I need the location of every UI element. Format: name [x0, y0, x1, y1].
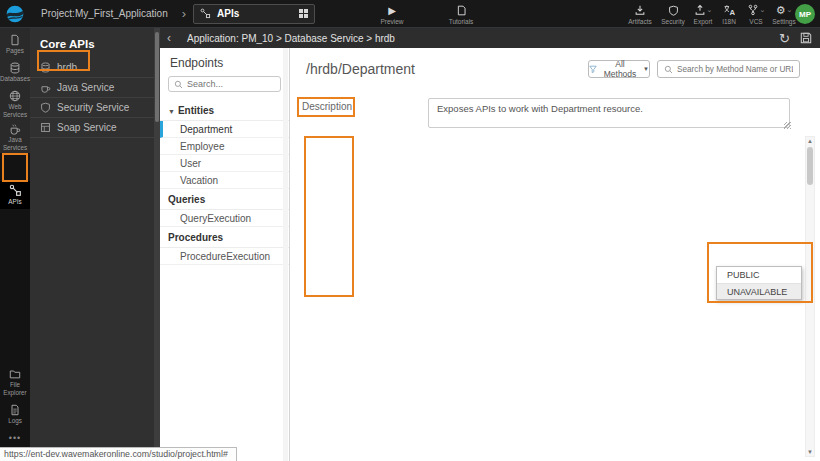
pages-icon: [9, 34, 21, 46]
wavemaker-logo-icon[interactable]: [5, 4, 25, 24]
chevron-down-icon: ▼: [643, 66, 649, 72]
database-icon: [40, 62, 51, 73]
left-rail: Pages Databases Web Services Java Servic…: [0, 28, 30, 461]
method-search[interactable]: [657, 60, 800, 78]
artifacts-button[interactable]: Artifacts: [622, 0, 658, 28]
scroll-up-icon[interactable]: ▲: [806, 138, 814, 144]
section-queries[interactable]: Queries: [160, 189, 289, 210]
chevron-down-icon: ⌄: [707, 6, 713, 14]
preview-button[interactable]: ▶ Preview: [375, 0, 409, 28]
play-icon: ▶: [388, 4, 396, 17]
scrollbar-thumb[interactable]: [807, 147, 813, 185]
main-content: /hrdb/Department All Methods ▼ Descripti…: [290, 48, 820, 461]
search-icon: [174, 80, 183, 89]
chevron-down-icon: ▼: [168, 108, 175, 115]
globe-icon: [9, 90, 21, 102]
visibility-menu: PUBLIC UNAVAILABLE: [716, 266, 802, 300]
shield-icon: [40, 102, 51, 113]
refresh-icon[interactable]: ↻: [779, 32, 790, 45]
logs-icon: [9, 404, 21, 416]
sidebar-item-java-services[interactable]: Java Services: [0, 123, 30, 152]
description-label: Description: [302, 101, 352, 112]
sidebar-title: Core APIs: [30, 28, 154, 58]
collapse-panel-icon[interactable]: ‹: [167, 31, 171, 45]
sidebar-item-security-service[interactable]: Security Service: [30, 98, 154, 118]
tab-apis[interactable]: APIs: [193, 4, 315, 24]
section-procedures[interactable]: Procedures: [160, 227, 289, 248]
endpoint-entity-department[interactable]: Department: [160, 121, 289, 138]
project-name: Project:My_First_Application: [41, 8, 168, 19]
sidebar-item-file-explorer[interactable]: File Explorer: [0, 368, 30, 397]
folder-icon: [9, 368, 21, 380]
database-icon: [9, 62, 21, 74]
endpoints-search-input[interactable]: [187, 79, 273, 89]
status-bar-url: https://ent-dev.wavemakeronline.com/stud…: [0, 447, 237, 461]
visibility-option-unavailable[interactable]: UNAVAILABLE: [717, 283, 801, 299]
user-avatar[interactable]: MP: [795, 4, 815, 24]
visibility-option-public[interactable]: PUBLIC: [717, 267, 801, 283]
sidebar-item-logs[interactable]: Logs: [0, 404, 30, 425]
breadcrumb: Application: PM_10 > Database Service > …: [187, 33, 395, 44]
tab-apis-label: APIs: [217, 8, 293, 19]
main-scrollbar[interactable]: ▲ ▼: [805, 136, 815, 457]
sidebar-item-hrdb[interactable]: hrdb: [30, 58, 154, 78]
filter-icon: [589, 65, 597, 73]
endpoint-entity-vacation[interactable]: Vacation: [160, 172, 289, 189]
search-icon: [664, 65, 673, 74]
section-entities[interactable]: ▼Entities: [160, 100, 289, 121]
endpoints-search[interactable]: [168, 76, 281, 92]
sidebar-item-apis[interactable]: APIs: [0, 181, 30, 209]
sidebar-scrollbar[interactable]: [154, 28, 160, 461]
soap-icon: [40, 122, 51, 133]
api-plug-icon: [200, 8, 211, 19]
tab-grid-icon[interactable]: [299, 9, 308, 18]
resize-grip[interactable]: [784, 122, 791, 129]
api-plug-icon: [9, 184, 22, 197]
endpoints-panel: Endpoints ▼Entities Department Employee …: [160, 48, 290, 461]
endpoint-entity-employee[interactable]: Employee: [160, 138, 289, 155]
branch-icon: [747, 4, 759, 16]
sidebar-item-web-services[interactable]: Web Services: [0, 90, 30, 119]
endpoints-title: Endpoints: [160, 48, 289, 76]
core-apis-sidebar: Core APIs hrdb Java Service Security Ser…: [30, 28, 154, 461]
gear-icon: ⚙: [776, 4, 786, 17]
upload-icon: [694, 4, 706, 16]
chevron-down-icon: ⌄: [760, 6, 766, 14]
sidebar-item-pages[interactable]: Pages: [0, 34, 30, 55]
tutorials-button[interactable]: Tutorials: [442, 0, 480, 28]
more-options-icon[interactable]: •••: [0, 433, 30, 443]
top-bar: Project:My_First_Application › APIs ▶ Pr…: [0, 0, 820, 28]
i18n-button[interactable]: A I18N: [716, 0, 742, 28]
download-icon: [634, 4, 646, 17]
sidebar-item-java-service[interactable]: Java Service: [30, 78, 154, 98]
endpoint-query-execution[interactable]: QueryExecution: [160, 210, 289, 227]
endpoint-procedure-execution[interactable]: ProcedureExecution: [160, 248, 289, 265]
translate-icon: A: [723, 4, 735, 17]
description-textarea[interactable]: Exposes APIs to work with Department res…: [428, 98, 790, 128]
vcs-button[interactable]: ⌄ VCS: [742, 0, 770, 28]
sidebar-item-soap-service[interactable]: Soap Service: [30, 118, 154, 138]
export-button[interactable]: ⌄ Export: [686, 0, 720, 28]
coffee-icon: [40, 82, 51, 93]
tutorials-doc-icon: [456, 4, 467, 17]
endpoint-entity-user[interactable]: User: [160, 155, 289, 172]
methods-filter-dropdown[interactable]: All Methods ▼: [588, 60, 650, 78]
page-title: /hrdb/Department: [306, 61, 415, 77]
save-icon[interactable]: [800, 32, 812, 44]
chevron-down-icon: ⌄: [787, 6, 793, 14]
sidebar-item-databases[interactable]: Databases: [0, 62, 30, 83]
shield-icon: [668, 4, 679, 17]
chevron-right-icon: ›: [182, 6, 186, 21]
coffee-icon: [9, 123, 21, 135]
security-button[interactable]: Security: [656, 0, 690, 28]
svg-text:A: A: [729, 8, 735, 16]
content-header-bar: ‹ Application: PM_10 > Database Service …: [160, 28, 820, 48]
method-search-input[interactable]: [677, 65, 793, 74]
scroll-down-icon[interactable]: ▼: [806, 449, 814, 455]
endpoints-scrollbar[interactable]: [283, 48, 288, 461]
